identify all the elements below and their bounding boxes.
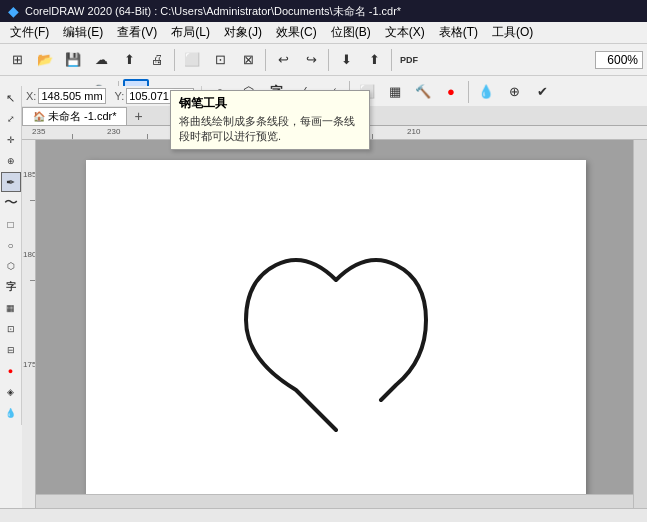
ruler-left: 185 180 175: [22, 140, 36, 508]
scrollbar-right[interactable]: [633, 140, 647, 508]
sep4: [391, 49, 392, 71]
verify-tool[interactable]: ✔: [529, 79, 555, 105]
sep1: [174, 49, 175, 71]
tool-rect[interactable]: □: [1, 214, 21, 234]
undo-button[interactable]: ↩: [270, 47, 296, 73]
title-text: CorelDRAW 2020 (64-Bit) : C:\Users\Admin…: [25, 4, 401, 19]
tool-crop[interactable]: ✛: [1, 130, 21, 150]
zoom-level[interactable]: 600%: [595, 51, 643, 69]
menu-layout[interactable]: 布局(L): [165, 22, 216, 43]
ruler-num-210: 210: [407, 127, 420, 136]
tab-icon: 🏠: [33, 111, 45, 122]
x-label: X:: [26, 90, 36, 102]
canvas-page: [86, 160, 586, 508]
menu-text[interactable]: 文本(X): [379, 22, 431, 43]
tooltip: 钢笔工具 将曲线绘制成多条线段，每画一条线段时都可以进行预览.: [170, 90, 370, 150]
status-bar: [0, 508, 647, 522]
tab-name: 未命名 -1.cdr*: [48, 109, 116, 124]
tool-zoom[interactable]: ⊕: [1, 151, 21, 171]
tool-text[interactable]: 字: [1, 277, 21, 297]
sep7: [468, 81, 469, 103]
publish-button[interactable]: ⊠: [235, 47, 261, 73]
pdf-button[interactable]: PDF: [396, 47, 422, 73]
sep2: [265, 49, 266, 71]
import-button[interactable]: ⬜: [179, 47, 205, 73]
menu-bar: 文件(F) 编辑(E) 查看(V) 布局(L) 对象(J) 效果(C) 位图(B…: [0, 22, 647, 44]
cloud-button[interactable]: ☁: [88, 47, 114, 73]
canvas-area: [36, 140, 647, 508]
app-icon: ◆: [8, 3, 19, 19]
export-button[interactable]: ⊡: [207, 47, 233, 73]
open-button[interactable]: 📂: [32, 47, 58, 73]
export2-button[interactable]: ⬆: [361, 47, 387, 73]
redo-button[interactable]: ↪: [298, 47, 324, 73]
hammer-tool[interactable]: 🔨: [410, 79, 436, 105]
menu-view[interactable]: 查看(V): [111, 22, 163, 43]
pattern-tool[interactable]: ▦: [382, 79, 408, 105]
ruler-num-230: 230: [107, 127, 120, 136]
transform-tool[interactable]: ⊕: [501, 79, 527, 105]
menu-bitmap[interactable]: 位图(B): [325, 22, 377, 43]
tool-connector[interactable]: ⊟: [1, 340, 21, 360]
eyedrop-tool[interactable]: 💧: [473, 79, 499, 105]
ruler-num-175: 175: [23, 360, 36, 369]
tool-interactive[interactable]: ◈: [1, 382, 21, 402]
document-tab[interactable]: 🏠 未命名 -1.cdr*: [22, 107, 127, 125]
toolbar1: ⊞ 📂 💾 ☁ ⬆ 🖨 ⬜ ⊡ ⊠ ↩ ↪ ⬇ ⬆ PDF 600%: [0, 44, 647, 76]
ruler-num-235: 235: [32, 127, 45, 136]
tool-table[interactable]: ▦: [1, 298, 21, 318]
menu-tools[interactable]: 工具(O): [486, 22, 539, 43]
fill-tool[interactable]: ●: [438, 79, 464, 105]
sep3: [328, 49, 329, 71]
tool-fill[interactable]: ●: [1, 361, 21, 381]
tooltip-body: 将曲线绘制成多条线段，每画一条线段时都可以进行预览.: [179, 114, 361, 145]
save-button[interactable]: 💾: [60, 47, 86, 73]
menu-object[interactable]: 对象(J): [218, 22, 268, 43]
scrollbar-bottom[interactable]: [36, 494, 633, 508]
x-input[interactable]: [38, 88, 106, 104]
toolbox: ↖ ⤢ ✛ ⊕ ✒ 〜 □ ○ ⬡ 字 ▦ ⊡ ⊟ ● ◈ 💧: [0, 86, 22, 425]
ruler-num-185: 185: [23, 170, 36, 179]
menu-table[interactable]: 表格(T): [433, 22, 484, 43]
tooltip-title: 钢笔工具: [179, 95, 361, 112]
tool-poly[interactable]: ⬡: [1, 256, 21, 276]
add-tab-button[interactable]: +: [129, 107, 147, 125]
upload-button[interactable]: ⬆: [116, 47, 142, 73]
tool-ellipse[interactable]: ○: [1, 235, 21, 255]
tool-select[interactable]: ↖: [1, 88, 21, 108]
heart-drawing: [186, 200, 486, 480]
import2-button[interactable]: ⬇: [333, 47, 359, 73]
menu-edit[interactable]: 编辑(E): [57, 22, 109, 43]
print-button[interactable]: 🖨: [144, 47, 170, 73]
tool-dimension[interactable]: ⊡: [1, 319, 21, 339]
tool-pen[interactable]: ✒: [1, 172, 21, 192]
tool-freehand[interactable]: 〜: [1, 193, 21, 213]
y-label: Y:: [114, 90, 124, 102]
tool-eyedrop[interactable]: 💧: [1, 403, 21, 423]
menu-file[interactable]: 文件(F): [4, 22, 55, 43]
tool-node[interactable]: ⤢: [1, 109, 21, 129]
title-bar: ◆ CorelDRAW 2020 (64-Bit) : C:\Users\Adm…: [0, 0, 647, 22]
new-button[interactable]: ⊞: [4, 47, 30, 73]
ruler-num-180: 180: [23, 250, 36, 259]
menu-effects[interactable]: 效果(C): [270, 22, 323, 43]
